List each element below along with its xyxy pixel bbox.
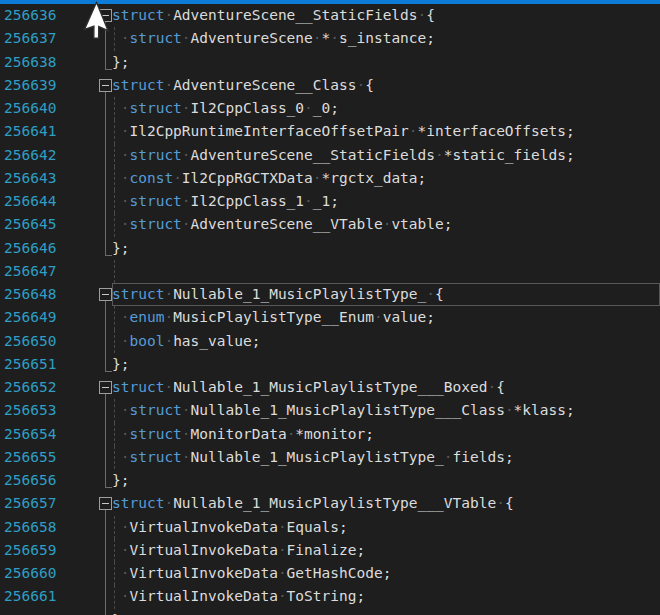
indent-whitespace-dots: · — [112, 426, 129, 442]
code-text: ·Il2CppRuntimeInterfaceOffsetPair·*inter… — [112, 120, 575, 143]
keyword-token: struct — [129, 100, 181, 116]
code-editor-pane[interactable]: 256636struct·AdventureScene__StaticField… — [0, 0, 660, 615]
code-text: ·bool·has_value; — [112, 330, 260, 353]
identifier-token: VirtualInvokeData — [129, 542, 277, 558]
whitespace-dot: · — [182, 449, 191, 465]
whitespace-dot: · — [164, 77, 173, 93]
code-text: struct·AdventureScene__Class·{ — [112, 74, 374, 97]
code-line[interactable]: 256657struct·Nullable_1_MusicPlaylistTyp… — [0, 492, 660, 515]
whitespace-dot: · — [182, 193, 191, 209]
code-line[interactable]: 256644 ·struct·Il2CppClass_1·_1; — [0, 190, 660, 213]
outline-connector-line — [105, 446, 106, 469]
indent-whitespace-dots: · — [112, 542, 129, 558]
identifier-token: { — [496, 379, 505, 395]
identifier-token: Nullable_1_MusicPlaylistType_ — [191, 449, 444, 465]
line-number: 256639 — [4, 74, 56, 97]
code-line[interactable]: 256659 ·VirtualInvokeData·Finalize; — [0, 539, 660, 562]
indent-whitespace-dots: · — [112, 123, 129, 139]
whitespace-dot: · — [278, 519, 287, 535]
identifier-token: Nullable_1_MusicPlaylistType___VTable — [173, 495, 496, 511]
code-line[interactable]: 256662}; — [0, 609, 660, 615]
identifier-token: MonitorData — [191, 426, 287, 442]
whitespace-dot: · — [164, 333, 173, 349]
code-line[interactable]: 256639struct·AdventureScene__Class·{ — [0, 74, 660, 97]
outline-connector-line — [105, 144, 106, 167]
code-text: ·struct·MonitorData·*monitor; — [112, 423, 374, 446]
code-text: ·const·Il2CppRGCTXData·*rgctx_data; — [112, 167, 426, 190]
code-line[interactable]: 256652struct·Nullable_1_MusicPlaylistTyp… — [0, 376, 660, 399]
code-line[interactable]: 256641 ·Il2CppRuntimeInterfaceOffsetPair… — [0, 120, 660, 143]
outline-region-end-tick — [105, 255, 112, 256]
keyword-token: struct — [129, 147, 181, 163]
identifier-token: GetHashCode; — [287, 565, 392, 581]
code-line[interactable]: 256645 ·struct·AdventureScene__VTable·vt… — [0, 213, 660, 236]
outline-connector-line — [105, 97, 106, 120]
code-text: ·VirtualInvokeData·Equals; — [112, 516, 348, 539]
identifier-token: *monitor; — [295, 426, 374, 442]
outline-connector-line — [105, 609, 106, 615]
code-line[interactable]: 256653 ·struct·Nullable_1_MusicPlaylistT… — [0, 399, 660, 422]
whitespace-dot: · — [278, 565, 287, 581]
code-line[interactable]: 256661 ·VirtualInvokeData·ToString; — [0, 585, 660, 608]
line-number: 256651 — [4, 353, 56, 376]
keyword-token: struct — [129, 216, 181, 232]
identifier-token: Il2CppClass_0 — [191, 100, 305, 116]
code-line[interactable]: 256648struct·Nullable_1_MusicPlaylistTyp… — [0, 283, 660, 306]
fold-collapse-icon[interactable] — [99, 79, 112, 92]
outline-connector-line — [105, 399, 106, 422]
code-line[interactable]: 256655 ·struct·Nullable_1_MusicPlaylistT… — [0, 446, 660, 469]
identifier-token: Equals; — [287, 519, 348, 535]
keyword-token: struct — [112, 379, 164, 395]
line-number: 256652 — [4, 376, 56, 399]
line-number: 256650 — [4, 330, 56, 353]
keyword-token: struct — [129, 30, 181, 46]
code-line[interactable]: 256651}; — [0, 353, 660, 376]
outline-connector-line — [105, 516, 106, 539]
whitespace-dot: · — [304, 100, 313, 116]
code-line[interactable]: 256647 — [0, 260, 660, 283]
whitespace-dot: · — [182, 216, 191, 232]
whitespace-dot: · — [164, 379, 173, 395]
indent-whitespace-dots: · — [112, 565, 129, 581]
fold-collapse-icon[interactable] — [99, 288, 112, 301]
code-text: struct·Nullable_1_MusicPlaylistType___Bo… — [112, 376, 505, 399]
indent-whitespace-dots: · — [112, 30, 129, 46]
identifier-token: Nullable_1_MusicPlaylistType___Class — [191, 402, 505, 418]
whitespace-dot: · — [356, 77, 365, 93]
code-line[interactable]: 256656}; — [0, 469, 660, 492]
code-line[interactable]: 256654 ·struct·MonitorData·*monitor; — [0, 423, 660, 446]
indent-whitespace-dots: · — [112, 216, 129, 232]
code-lines-container: 256636struct·AdventureScene__StaticField… — [0, 4, 660, 615]
code-text: ·VirtualInvokeData·ToString; — [112, 585, 365, 608]
whitespace-dot: · — [409, 123, 418, 139]
code-line[interactable]: 256649 ·enum·MusicPlaylistType__Enum·val… — [0, 306, 660, 329]
code-line[interactable]: 256646}; — [0, 237, 660, 260]
code-line[interactable]: 256638}; — [0, 51, 660, 74]
line-number: 256658 — [4, 516, 56, 539]
indent-whitespace-dots: · — [112, 449, 129, 465]
code-line[interactable]: 256640 ·struct·Il2CppClass_0·_0; — [0, 97, 660, 120]
indent-whitespace-dots: · — [112, 100, 129, 116]
identifier-token: ToString; — [287, 588, 366, 604]
whitespace-dot: · — [487, 379, 496, 395]
fold-collapse-icon[interactable] — [99, 381, 112, 394]
outline-connector-line — [105, 539, 106, 562]
line-number: 256659 — [4, 539, 56, 562]
code-line[interactable]: 256660 ·VirtualInvokeData·GetHashCode; — [0, 562, 660, 585]
code-line[interactable]: 256643 ·const·Il2CppRGCTXData·*rgctx_dat… — [0, 167, 660, 190]
outline-connector-line — [105, 353, 106, 372]
identifier-token: fields; — [453, 449, 514, 465]
line-number: 256662 — [4, 609, 56, 615]
identifier-token: Il2CppRGCTXData — [182, 170, 313, 186]
code-line[interactable]: 256650 ·bool·has_value; — [0, 330, 660, 353]
line-number: 256660 — [4, 562, 56, 585]
outline-connector-line — [105, 213, 106, 236]
code-line[interactable]: 256642 ·struct·AdventureScene__StaticFie… — [0, 144, 660, 167]
line-number: 256637 — [4, 27, 56, 50]
identifier-token: *interfaceOffsets; — [418, 123, 575, 139]
identifier-token: *static_fields; — [444, 147, 575, 163]
identifier-token: { — [435, 286, 444, 302]
whitespace-dot: · — [330, 30, 339, 46]
code-line[interactable]: 256658 ·VirtualInvokeData·Equals; — [0, 516, 660, 539]
fold-collapse-icon[interactable] — [99, 497, 112, 510]
